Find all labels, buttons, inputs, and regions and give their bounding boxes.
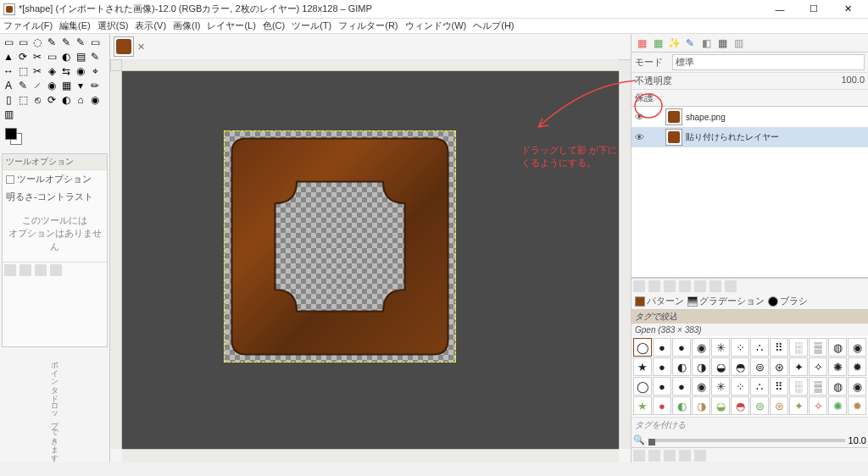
dock-tab-icon[interactable]: ▦ [635, 36, 648, 50]
brush-preset[interactable]: ✳ [711, 377, 730, 396]
brush-preset[interactable]: ◉ [848, 338, 866, 357]
tool-icon[interactable]: ⌂ [74, 93, 87, 107]
brush-preset[interactable]: ● [672, 338, 691, 357]
tool-icon[interactable]: ◉ [74, 64, 87, 78]
color-swatches[interactable] [5, 128, 31, 145]
brush-preset[interactable]: ░ [789, 338, 808, 357]
brush-preset[interactable]: ⁘ [731, 377, 749, 396]
opt-icon[interactable] [50, 264, 62, 276]
brush-preset[interactable]: ⁘ [731, 338, 749, 357]
dock-tab-icon[interactable]: ▦ [715, 36, 729, 50]
layer-name[interactable]: shape.png [686, 113, 726, 122]
tool-icon[interactable]: ⌖ [88, 64, 102, 78]
tool-icon[interactable]: ◌ [31, 36, 44, 49]
layer-name[interactable]: 貼り付けられたレイヤー [686, 131, 779, 143]
tool-icon[interactable]: ✂ [31, 64, 44, 78]
tool-options-tab[interactable]: ツールオプション [3, 170, 107, 188]
tool-icon[interactable]: ⬚ [16, 64, 30, 78]
brush-btn-icon[interactable] [633, 450, 645, 462]
brush-preset[interactable]: ● [653, 357, 671, 376]
dock-tab-icon[interactable]: ▥ [732, 36, 745, 50]
menu-tools[interactable]: ツール(T) [292, 19, 331, 32]
brush-preset[interactable]: ✹ [848, 396, 866, 415]
scrollbar-horizontal[interactable] [122, 449, 619, 462]
tool-icon[interactable]: ◐ [59, 50, 73, 64]
brush-preset[interactable]: ★ [633, 357, 652, 376]
tool-icon[interactable]: ✂ [31, 50, 44, 64]
tool-icon[interactable]: ▭ [2, 36, 15, 49]
tool-icon[interactable]: ⟳ [16, 50, 30, 64]
tool-icon[interactable]: ◉ [45, 79, 58, 92]
tool-icon[interactable]: ▲ [2, 50, 15, 64]
brush-preset[interactable]: ✧ [809, 357, 827, 376]
tool-icon[interactable]: ▾ [74, 79, 87, 92]
brush-preset[interactable]: ∴ [750, 377, 769, 396]
layer-btn-icon[interactable] [679, 280, 691, 292]
tool-icon[interactable]: ▥ [2, 108, 15, 121]
menu-view[interactable]: 表示(V) [135, 19, 166, 32]
layer-btn-icon[interactable] [709, 280, 721, 292]
tool-icon[interactable]: ◐ [59, 93, 73, 107]
brush-preset[interactable]: ◑ [692, 357, 710, 376]
brush-preset[interactable]: ◯ [633, 377, 652, 396]
layer-btn-icon[interactable] [664, 280, 676, 292]
brush-preset[interactable]: ◓ [731, 357, 749, 376]
gradient-tab[interactable]: グラデーション [687, 295, 765, 307]
tool-icon[interactable]: ▭ [88, 36, 102, 49]
pattern-tab[interactable]: パターン [635, 295, 684, 307]
tag-add-row[interactable]: タグを付ける [632, 417, 868, 433]
brush-preset[interactable]: ◑ [692, 396, 710, 415]
brush-preset[interactable]: ◐ [672, 396, 691, 415]
dock-tab-icon[interactable]: ▦ [651, 36, 665, 50]
brush-preset[interactable]: ◓ [731, 396, 749, 415]
brush-preset[interactable]: ⊚ [750, 396, 769, 415]
brush-preset[interactable]: ✺ [828, 357, 847, 376]
brush-preset[interactable]: ✹ [848, 357, 866, 376]
layer-btn-icon[interactable] [648, 280, 660, 292]
menu-select[interactable]: 選択(S) [97, 19, 129, 32]
tool-icon[interactable]: ▦ [59, 79, 73, 92]
brush-preset[interactable]: ✺ [828, 396, 847, 415]
tool-icon[interactable]: ✎ [59, 36, 73, 49]
brush-preset[interactable]: ◉ [848, 377, 866, 396]
brush-btn-icon[interactable] [664, 450, 676, 462]
brush-preset[interactable]: ⊛ [770, 396, 788, 415]
maximize-button[interactable]: ☐ [797, 1, 831, 18]
menu-color[interactable]: 色(C) [263, 19, 285, 32]
brush-preset[interactable]: ◒ [711, 396, 730, 415]
brush-preset[interactable]: ◍ [828, 338, 847, 357]
brush-preset[interactable]: ✧ [809, 396, 827, 415]
menu-edit[interactable]: 編集(E) [59, 19, 91, 32]
document-tab[interactable] [114, 36, 134, 57]
menu-help[interactable]: ヘルプ(H) [473, 19, 514, 32]
brush-preset[interactable]: ▒ [809, 338, 827, 357]
brush-preset[interactable]: ▒ [809, 377, 827, 396]
tool-icon[interactable]: ✎ [88, 50, 102, 64]
brush-btn-icon[interactable] [648, 450, 660, 462]
menu-windows[interactable]: ウィンドウ(W) [405, 19, 467, 32]
zoom-icon[interactable]: 🔍 [633, 434, 645, 446]
tool-icon[interactable]: ⬚ [16, 93, 30, 107]
brush-preset[interactable]: ✦ [789, 357, 808, 376]
tool-icon[interactable]: ▯ [2, 93, 15, 107]
blend-mode-select[interactable]: 標準 [672, 54, 865, 70]
tool-icon[interactable]: ⟋ [31, 79, 44, 92]
brush-preset[interactable]: ◉ [692, 377, 710, 396]
brush-preset[interactable]: ⠿ [770, 377, 788, 396]
brush-preset[interactable]: ◒ [711, 357, 730, 376]
dock-tab-icon[interactable]: ◧ [699, 36, 713, 50]
tool-icon[interactable]: ⎋ [31, 93, 44, 107]
zoom-slider[interactable] [648, 439, 845, 442]
brush-preset[interactable]: ◉ [692, 338, 710, 357]
brush-preset[interactable]: ∴ [750, 338, 769, 357]
layer-btn-icon[interactable] [725, 280, 737, 292]
tool-icon[interactable]: ✎ [16, 79, 30, 92]
brush-preset[interactable]: ★ [633, 396, 652, 415]
ruler-horizontal[interactable] [122, 59, 619, 71]
brush-preset[interactable]: ✦ [789, 396, 808, 415]
tab-close-icon[interactable]: ✕ [137, 42, 145, 53]
brush-btn-icon[interactable] [679, 450, 691, 462]
layer-btn-icon[interactable] [694, 280, 706, 292]
brush-preset[interactable]: ● [672, 377, 691, 396]
tool-icon[interactable]: ⇆ [59, 64, 73, 78]
